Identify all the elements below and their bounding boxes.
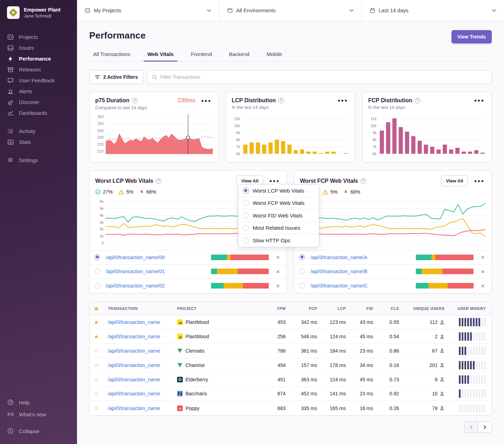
radio-icon[interactable]	[243, 200, 249, 206]
radio-icon[interactable]	[299, 269, 305, 274]
star-toggle[interactable]: ☆	[94, 405, 108, 411]
view-trends-button[interactable]: View Trends	[451, 30, 492, 43]
project-link[interactable]: Chamise	[186, 362, 205, 368]
transaction-link[interactable]: /api/0/transaction_name/C	[310, 283, 416, 289]
transaction-link[interactable]: /api/0/transaction_name/01	[106, 269, 211, 274]
star-column-icon: ★	[94, 305, 108, 312]
sidebar-item-performance[interactable]: Performance	[0, 53, 77, 64]
more-options-button[interactable]: ●●●	[472, 97, 486, 104]
menu-item-worst-fcp-web-vitals[interactable]: Worst FCP Web Vitals	[238, 197, 319, 210]
misery-segment	[462, 389, 463, 398]
transaction-link[interactable]: /api/0/transaction_name/02	[106, 283, 211, 289]
environment-icon	[227, 8, 233, 13]
star-toggle[interactable]: ☆	[94, 390, 108, 397]
sidebar-item-issues[interactable]: Issues	[0, 42, 77, 53]
next-page-button[interactable]	[478, 422, 491, 432]
menu-item-worst-lcp-web-vitals[interactable]: Worst LCP Web Vitals	[238, 185, 319, 197]
main-area: My Projects All Environments Last 14 day…	[77, 0, 504, 444]
radio-icon[interactable]	[299, 255, 305, 260]
sidebar-item-discover[interactable]: Discover	[0, 97, 77, 107]
misery-segment	[462, 347, 463, 355]
project-link[interactable]: PlantMood	[186, 334, 209, 339]
tab-web-vitals[interactable]: Web Vitals	[144, 51, 177, 61]
help-icon[interactable]: ?	[156, 178, 161, 184]
prev-page-button[interactable]	[465, 422, 478, 432]
close-icon[interactable]: ×	[273, 283, 283, 289]
radio-icon[interactable]	[299, 283, 305, 289]
star-toggle[interactable]: ★	[94, 333, 108, 340]
star-toggle[interactable]: ☆	[94, 362, 108, 368]
radio-icon[interactable]	[243, 225, 249, 231]
radio-icon[interactable]	[243, 188, 249, 194]
transaction-link[interactable]: /api/0/transaction_name/B	[310, 269, 416, 274]
misery-segment	[464, 404, 466, 412]
sidebar-item-releases[interactable]: Releases	[0, 64, 77, 75]
lcp-distribution-chart: 11k10k9k8k7k6k	[232, 112, 350, 157]
project-link[interactable]: Elderberry	[186, 377, 208, 382]
transaction-link[interactable]: /api/0/transaction_name	[108, 391, 177, 396]
unique-users-cell: 67	[399, 348, 444, 354]
org-switcher[interactable]: Empower Plant Jane Schmidt	[0, 0, 77, 24]
sidebar-item-projects[interactable]: Projects	[0, 32, 77, 42]
project-link[interactable]: Baccharis	[186, 391, 207, 396]
transaction-link[interactable]: /api/0/transaction_name	[108, 319, 177, 325]
view-all-button[interactable]: View All	[441, 175, 468, 186]
more-options-button[interactable]: ●●●	[200, 97, 213, 104]
transaction-link[interactable]: /api/0/transaction_name/A	[310, 255, 416, 260]
radio-icon[interactable]	[94, 269, 100, 274]
sidebar-item-alerts[interactable]: Alerts	[0, 86, 77, 97]
active-filters-button[interactable]: 2 Active Filters	[89, 70, 144, 84]
transaction-link[interactable]: /api/0/transaction_name	[108, 362, 177, 368]
tab-backend[interactable]: Backend	[225, 51, 253, 61]
menu-item-worst-fid-web-vitals[interactable]: Worst FID Web Vitals	[238, 209, 319, 222]
transaction-link[interactable]: /api/0/transaction_name/00	[106, 255, 211, 260]
star-toggle[interactable]: ★	[94, 319, 108, 326]
radio-icon[interactable]	[243, 213, 249, 218]
star-toggle[interactable]: ☆	[94, 376, 108, 383]
help-icon[interactable]: ?	[132, 98, 138, 103]
close-icon[interactable]: ×	[477, 254, 488, 261]
col-unique-users: UNIQUE USERS	[399, 306, 444, 311]
tab-all-transactions[interactable]: All Transactions	[89, 51, 134, 61]
sidebar-item-activity[interactable]: Activity	[0, 126, 77, 137]
star-toggle[interactable]: ☆	[94, 347, 108, 354]
menu-item-most-related-issues[interactable]: Most Related Issues	[238, 222, 319, 235]
menu-item-slow-http-ops[interactable]: Slow HTTP Ops	[238, 234, 319, 247]
more-options-button[interactable]: ●●●	[336, 97, 349, 104]
project-icon	[85, 8, 90, 13]
help-icon[interactable]: ?	[278, 98, 284, 103]
svg-text:9k: 9k	[236, 131, 240, 135]
transaction-link[interactable]: /api/0/transaction_name	[108, 405, 177, 411]
date-range-selector[interactable]: Last 14 days	[362, 0, 504, 21]
environment-selector[interactable]: All Environments	[219, 0, 362, 21]
radio-icon[interactable]	[94, 255, 100, 260]
sidebar-item-stats[interactable]: Stats	[0, 137, 77, 147]
sidebar-item-help[interactable]: Help	[0, 396, 77, 408]
project-selector[interactable]: My Projects	[77, 0, 219, 21]
sidebar-collapse-button[interactable]: Collapse	[0, 425, 77, 437]
project-link[interactable]: Poppy	[186, 405, 200, 411]
radio-icon[interactable]	[243, 237, 249, 243]
transaction-link[interactable]: /api/0/transaction_name	[108, 377, 177, 382]
project-link[interactable]: PlantMood	[186, 319, 209, 325]
close-icon[interactable]: ×	[477, 283, 488, 289]
sidebar-item-whats-new[interactable]: What’s new	[0, 408, 77, 420]
transaction-link[interactable]: /api/0/transaction_name	[108, 348, 177, 354]
more-options-button[interactable]: ●●●	[472, 178, 486, 184]
sidebar-item-settings[interactable]: ⚙ Settings	[0, 155, 77, 166]
sidebar-item-user-feedback[interactable]: User Feedback	[0, 75, 77, 86]
close-icon[interactable]: ×	[477, 268, 488, 275]
close-icon[interactable]: ×	[273, 254, 283, 261]
transaction-link[interactable]: /api/0/transaction_name	[108, 334, 177, 339]
search-input[interactable]	[160, 74, 487, 80]
user-icon	[440, 320, 444, 325]
tab-mobile[interactable]: Mobile	[263, 51, 286, 61]
radio-icon[interactable]	[94, 283, 100, 289]
project-link[interactable]: Clematis	[186, 348, 204, 354]
tab-frontend[interactable]: Frontend	[187, 51, 216, 61]
sidebar-item-dashboards[interactable]: Dashboards	[0, 107, 77, 118]
close-icon[interactable]: ×	[273, 268, 283, 275]
filter-icon	[95, 75, 100, 79]
help-icon[interactable]: ?	[360, 178, 366, 184]
help-icon[interactable]: ?	[415, 98, 420, 103]
